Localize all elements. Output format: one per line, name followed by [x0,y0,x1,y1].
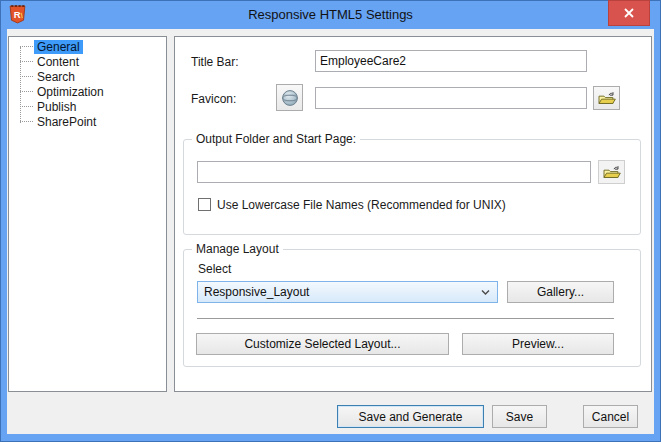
save-and-generate-button[interactable]: Save and Generate [337,405,484,428]
output-folder-input[interactable] [197,161,591,183]
layout-selected-value: Responsive_Layout [204,285,309,299]
favicon-browse-button[interactable] [593,86,620,110]
gallery-button[interactable]: Gallery... [507,281,614,303]
tree-item[interactable]: General [9,39,166,54]
tree-item-label: Search [34,70,78,84]
favicon-preview-button[interactable] [276,84,303,111]
lowercase-filenames-checkbox[interactable] [198,198,211,211]
open-folder-icon [602,165,621,180]
tree-item-label: SharePoint [34,115,99,129]
group-divider [197,318,614,319]
tree-item[interactable]: SharePoint [9,114,166,129]
tree-item[interactable]: Content [9,54,166,69]
title-bar-input[interactable] [315,50,587,72]
manage-layout-group: Manage Layout Select Responsive_Layout G… [183,249,641,367]
responsive-html5-settings-dialog: R Responsive HTML5 Settings General Cont… [0,0,661,442]
chevron-down-icon [481,289,490,296]
save-button[interactable]: Save [492,405,547,428]
globe-icon [281,89,299,107]
tree: General Content Search Optimization Publ… [9,39,166,129]
window-title: Responsive HTML5 Settings [0,0,661,29]
output-folder-group-legend: Output Folder and Start Page: [192,132,360,146]
output-folder-browse-button[interactable] [598,160,625,184]
output-folder-group: Output Folder and Start Page: Use Lowerc… [183,139,641,235]
select-layout-label: Select [198,262,231,276]
settings-category-tree: General Content Search Optimization Publ… [8,36,167,392]
tree-item-label: General [34,40,83,54]
dialog-body: General Content Search Optimization Publ… [7,29,654,434]
tree-item[interactable]: Optimization [9,84,166,99]
preview-button[interactable]: Preview... [462,333,614,355]
titlebar[interactable]: R Responsive HTML5 Settings [0,0,661,29]
close-button[interactable] [608,0,650,26]
open-folder-icon [597,91,616,106]
general-settings-panel: Title Bar: Favicon: [174,36,652,392]
manage-layout-group-legend: Manage Layout [192,242,283,256]
tree-item-label: Content [34,55,82,69]
cancel-button[interactable]: Cancel [583,405,638,428]
favicon-path-input[interactable] [315,87,587,109]
tree-item[interactable]: Search [9,69,166,84]
lowercase-filenames-label: Use Lowercase File Names (Recommended fo… [217,198,506,212]
layout-select-dropdown[interactable]: Responsive_Layout [197,281,498,303]
title-bar-label: Title Bar: [191,55,239,69]
favicon-label: Favicon: [191,92,236,106]
customize-selected-layout-button[interactable]: Customize Selected Layout... [196,333,449,355]
tree-item-label: Optimization [34,85,107,99]
tree-item-label: Publish [34,100,79,114]
tree-item[interactable]: Publish [9,99,166,114]
close-x-icon [623,7,635,19]
